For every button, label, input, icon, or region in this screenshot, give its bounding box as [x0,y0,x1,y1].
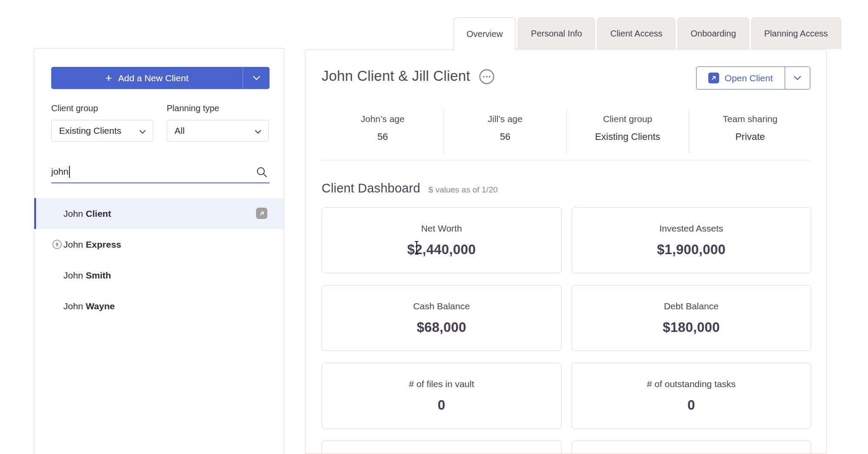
card-net-worth: Net Worth $2,440,000 [322,207,562,273]
client-management-screen: Overview Personal Info Client Access Onb… [0,0,868,454]
open-client-label: Open Client [725,73,773,83]
card-label: # of outstanding tasks [647,379,736,389]
summary-label: Jill’s age [444,114,566,124]
plus-icon: + [105,72,112,83]
chevron-down-icon [255,126,261,136]
card-value: $1,900,000 [657,242,726,258]
client-group-label: Client group [51,103,98,113]
tab-client-access[interactable]: Client Access [597,17,675,49]
search-icon[interactable] [256,166,268,180]
client-last-name: Smith [86,270,111,281]
summary-label: Client group [567,114,689,124]
client-search-input[interactable]: john [51,161,270,183]
tab-personal-info[interactable]: Personal Info [518,17,595,49]
summary-value: 56 [322,131,444,142]
tab-onboarding[interactable]: Onboarding [677,17,749,49]
open-client-dropdown-toggle[interactable] [785,67,810,89]
add-new-client-main[interactable]: + Add a New Client [51,67,243,89]
client-first-name: John [63,239,83,250]
tab-planning-access[interactable]: Planning Access [751,17,841,49]
client-list-panel: + Add a New Client Client group Planning… [34,48,284,454]
client-group-select[interactable]: Existing Clients [51,120,153,142]
client-list: John Client John Express John Smith John… [34,198,284,321]
planning-type-value: All [174,126,184,136]
card-value: $180,000 [663,320,720,335]
chevron-down-icon [139,126,146,136]
section-divider [322,160,811,160]
tab-label: Personal Info [531,29,582,39]
open-client-chip-icon[interactable] [256,208,267,219]
chevron-down-icon [253,74,260,82]
card-value: $68,000 [417,320,466,335]
card-value: $2,440,000 [407,242,476,258]
card-label: Cash Balance [413,301,470,312]
tab-overview[interactable]: Overview [454,17,516,50]
tab-label: Client Access [610,29,662,39]
search-input-value: john [51,166,69,177]
express-plan-icon [52,239,62,249]
planning-type-label: Planning type [167,103,219,113]
dashboard-cards: Net Worth $2,440,000 Invested Assets $1,… [322,207,811,454]
text-caret [69,166,70,178]
dashboard-title: Client Dashboard [322,181,420,196]
client-row-john-smith[interactable]: John Smith [34,260,284,291]
dashboard-subtitle: $ values as of 1/20 [428,185,498,195]
tab-label: Planning Access [764,29,828,39]
summary-johns-age: John’s age 56 [322,109,444,154]
client-first-name: John [63,301,83,312]
client-first-name: John [63,270,83,281]
card-label: # of files in vault [409,379,474,389]
client-summary-strip: John’s age 56 Jill’s age 56 Client group… [322,109,811,154]
card-partial-right [572,441,812,454]
card-files-in-vault: # of files in vault 0 [322,363,562,429]
add-client-dropdown-toggle[interactable] [243,67,270,89]
card-value: 0 [687,398,695,413]
card-label: Debt Balance [664,301,719,312]
summary-team-sharing: Team sharing Private [689,109,811,154]
card-partial-left [322,441,562,454]
dashboard-header: Client Dashboard $ values as of 1/20 [322,181,498,196]
client-last-name: Wayne [86,301,115,312]
card-label: Invested Assets [659,223,723,234]
card-debt-balance: Debt Balance $180,000 [572,285,812,351]
card-invested-assets: Invested Assets $1,900,000 [572,207,812,273]
card-value: 0 [437,398,445,413]
chevron-down-icon [793,74,802,82]
client-group-value: Existing Clients [59,126,122,136]
client-last-name: Express [86,239,122,250]
summary-value: Private [689,131,811,142]
planning-type-select[interactable]: All [167,120,269,142]
tab-bar: Overview Personal Info Client Access Onb… [454,17,841,50]
tab-label: Overview [467,29,503,39]
summary-label: John’s age [322,114,444,124]
summary-value: Existing Clients [567,131,689,142]
summary-value: 56 [444,131,566,142]
client-detail-panel: John Client & Jill Client Open Client J [305,49,827,454]
card-cash-balance: Cash Balance $68,000 [322,285,562,351]
summary-client-group: Client group Existing Clients [566,109,689,154]
card-label: Net Worth [421,223,462,234]
open-in-new-icon [708,73,719,83]
client-first-name: John [63,209,83,219]
client-row-john-wayne[interactable]: John Wayne [34,291,284,321]
card-outstanding-tasks: # of outstanding tasks 0 [572,363,812,429]
client-last-name: Client [86,209,111,219]
open-client-button[interactable]: Open Client [696,66,810,89]
add-new-client-button[interactable]: + Add a New Client [51,67,270,89]
open-client-main[interactable]: Open Client [697,67,785,89]
tab-label: Onboarding [690,29,736,39]
client-row-john-express[interactable]: John Express [34,229,284,260]
client-title-row: John Client & Jill Client [322,67,495,85]
client-row-john-client[interactable]: John Client [34,198,284,229]
summary-label: Team sharing [689,114,811,124]
add-new-client-label: Add a New Client [118,73,188,83]
page-title: John Client & Jill Client [322,68,470,84]
more-options-icon[interactable] [479,69,495,85]
summary-jills-age: Jill’s age 56 [444,109,566,154]
